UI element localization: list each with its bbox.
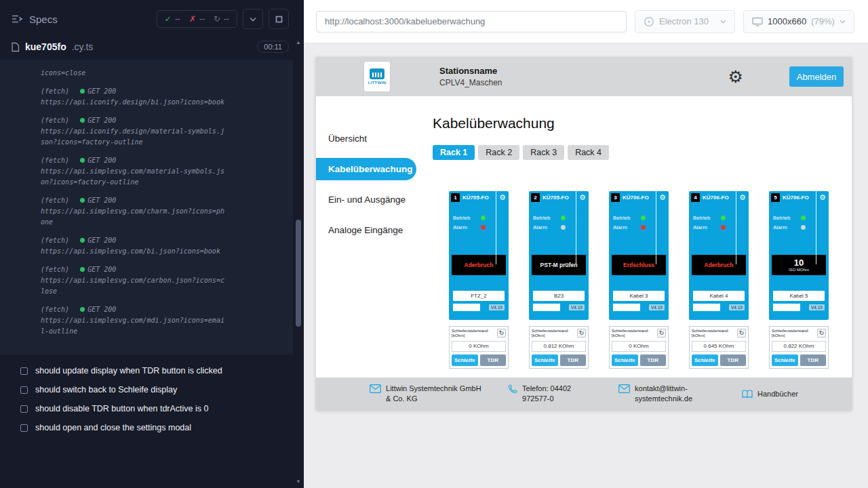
refresh-button[interactable]: ↻	[817, 329, 826, 338]
schleife-button[interactable]: Schleife	[452, 354, 478, 366]
cable-name-field[interactable]: Kabel 4	[693, 291, 745, 301]
fetch-log-entry[interactable]: (fetch)GET 200 https://api.simplesvg.com…	[41, 155, 232, 188]
measurement-label: Schleifenwiderstand [kOhm]	[772, 329, 811, 338]
test-item[interactable]: should disable TDR button when tdrActive…	[0, 399, 293, 418]
card-settings-gear-icon[interactable]: ⚙	[656, 193, 669, 202]
card-settings-gear-icon[interactable]: ⚙	[736, 193, 749, 202]
led-block: Betrieb Alarm	[533, 213, 566, 232]
reporter-scrollbar[interactable]: ▲ ▼	[294, 39, 302, 487]
tdr-button[interactable]: TDR	[640, 354, 667, 366]
card-side-strip: ⚙	[736, 191, 749, 264]
card-side-strip: ⚙	[816, 191, 829, 264]
littwin-logo-icon	[370, 68, 384, 79]
test-stats: ✓ -- ✗ -- ↻ --	[157, 10, 237, 28]
card-number: 4	[691, 193, 700, 202]
browser-selector[interactable]: Electron 130	[635, 10, 735, 33]
fetch-url: https://api.simplesvg.com/mdi.json?icons…	[41, 315, 225, 337]
footer-manuals-link[interactable]: Handbücher	[742, 389, 798, 399]
cable-name-field[interactable]: FTZ_2	[453, 291, 505, 301]
specs-label: Specs	[29, 14, 58, 25]
viewport-selector[interactable]: 1000x660 (79%)	[743, 10, 854, 33]
scroll-up-arrow[interactable]: ▲	[294, 39, 302, 47]
device-panel: ⚙ 4 KÜ706-FO Betrieb Alarm	[689, 191, 749, 320]
tab-rack-1[interactable]: Rack 1	[433, 145, 475, 160]
spec-row[interactable]: kue705fo.cy.ts 00:11	[0, 38, 304, 60]
fetch-url: https://api.iconify.design/material-symb…	[41, 126, 225, 148]
tdr-button[interactable]: TDR	[720, 354, 747, 366]
status-ok-dot	[80, 89, 85, 94]
reporter-controls: ✓ -- ✗ -- ↻ --	[157, 9, 289, 29]
measurement-panel: Schleifenwiderstand [kOhm] ↻ 0 KOhm Schl…	[609, 326, 669, 369]
betrieb-led	[481, 216, 486, 220]
tdr-button[interactable]: TDR	[480, 354, 507, 366]
monitor-icon	[752, 17, 763, 26]
scrollbar-thumb[interactable]	[296, 220, 301, 327]
fetch-log-entry[interactable]: (fetch)GET 200 https://api.iconify.desig…	[41, 115, 232, 148]
card-head: 1 KÜ705-FO	[449, 191, 494, 202]
stop-tests-button[interactable]	[269, 9, 289, 29]
tab-rack-3[interactable]: Rack 3	[523, 145, 564, 160]
failed-x-icon: ✗	[189, 14, 196, 24]
card-number: 1	[451, 193, 460, 202]
schleife-button[interactable]: Schleife	[612, 354, 638, 366]
aut-stage: LITTWIN Stationsname CPLV4_Maschen ⚙ Abm…	[304, 43, 868, 488]
nav-uebersicht[interactable]: Übersicht	[316, 123, 422, 154]
fetch-log-entry[interactable]: (fetch)GET 200 https://api.simplesvg.com…	[41, 264, 232, 297]
fetch-log-entry[interactable]: (fetch)GET 200 https://api.iconify.desig…	[41, 86, 232, 108]
card-model: KÜ705-FO	[542, 195, 569, 201]
fetch-url: https://api.simplesvg.com/material-symbo…	[41, 166, 225, 188]
firmware-version: V4.19	[809, 304, 825, 310]
tab-rack-2[interactable]: Rack 2	[478, 145, 519, 160]
refresh-button[interactable]: ↻	[497, 329, 506, 338]
chevron-down-icon	[250, 17, 256, 22]
measurement-value: 0.645 KOhm	[692, 341, 746, 352]
schleife-button[interactable]: Schleife	[692, 354, 718, 366]
device-card-4: ⚙ 4 KÜ706-FO Betrieb Alarm	[689, 191, 749, 369]
cable-name-field[interactable]: Kabel 3	[613, 291, 665, 301]
fetch-command: (fetch)	[41, 237, 69, 244]
test-item[interactable]: should switch back to Schleife display	[0, 380, 293, 399]
device-card-5: ⚙ 5 KÜ706-FO Betrieb Alarm	[769, 191, 829, 369]
tab-rack-4[interactable]: Rack 4	[568, 145, 609, 160]
test-item[interactable]: should update display when TDR button is…	[0, 361, 293, 380]
specs-menu[interactable]: Specs	[11, 14, 58, 25]
footer-phone: Telefon: 04402 972577-0	[508, 384, 598, 404]
cable-name-field[interactable]: Kabel 5	[773, 291, 825, 301]
logout-button[interactable]: Abmelden	[789, 66, 844, 87]
refresh-button[interactable]: ↻	[577, 329, 586, 338]
refresh-button[interactable]: ↻	[657, 329, 666, 338]
tdr-button[interactable]: TDR	[560, 354, 587, 366]
mail-icon	[370, 384, 381, 393]
fetch-log-entry[interactable]: (fetch)GET 200 https://api.simplesvg.com…	[41, 235, 232, 257]
measurement-value: 0.822 KOhm	[772, 341, 826, 352]
nav-analoge-eingaenge[interactable]: Analoge Eingänge	[316, 215, 422, 245]
card-settings-gear-icon[interactable]: ⚙	[816, 193, 829, 202]
device-panel: ⚙ 5 KÜ706-FO Betrieb Alarm	[769, 191, 829, 320]
schleife-button[interactable]: Schleife	[772, 354, 798, 366]
scroll-down-arrow[interactable]: ▼	[294, 479, 302, 487]
firmware-version: V4.19	[649, 304, 665, 310]
tdr-button[interactable]: TDR	[800, 354, 827, 366]
test-item[interactable]: should open and close the settings modal	[0, 418, 293, 437]
nav-ein-und-ausgaenge[interactable]: Ein- und Ausgänge	[316, 184, 422, 215]
device-card-3: ⚙ 3 KÜ706-FO Betrieb Alarm	[609, 191, 669, 369]
fetch-command: (fetch)	[41, 157, 69, 164]
fetch-log-entry[interactable]: (fetch)GET 200 https://api.simplesvg.com…	[41, 195, 232, 228]
nav-kabelueberwachung[interactable]: Kabelüberwachung	[316, 158, 416, 180]
alarm-led	[561, 225, 566, 230]
refresh-button[interactable]: ↻	[737, 329, 746, 338]
collapse-reporter-button[interactable]	[243, 9, 263, 29]
fetch-log-entry[interactable]: (fetch)GET 200 https://api.simplesvg.com…	[41, 304, 232, 337]
settings-gear-icon[interactable]: ⚙	[728, 68, 743, 85]
cable-name-field[interactable]: B23	[533, 291, 585, 301]
url-input[interactable]	[316, 11, 627, 33]
measurement-label: Schleifenwiderstand [kOhm]	[692, 329, 731, 338]
card-settings-gear-icon[interactable]: ⚙	[576, 193, 589, 202]
card-settings-gear-icon[interactable]: ⚙	[496, 193, 509, 202]
betrieb-led	[801, 216, 806, 220]
browser-name: Electron 130	[659, 16, 709, 26]
phone-icon	[508, 384, 517, 394]
fetch-url: https://api.iconify.design/bi.json?icons…	[41, 97, 225, 108]
measurement-panel: Schleifenwiderstand [kOhm] ↻ 0.812 KOhm …	[529, 326, 589, 369]
schleife-button[interactable]: Schleife	[532, 354, 558, 366]
